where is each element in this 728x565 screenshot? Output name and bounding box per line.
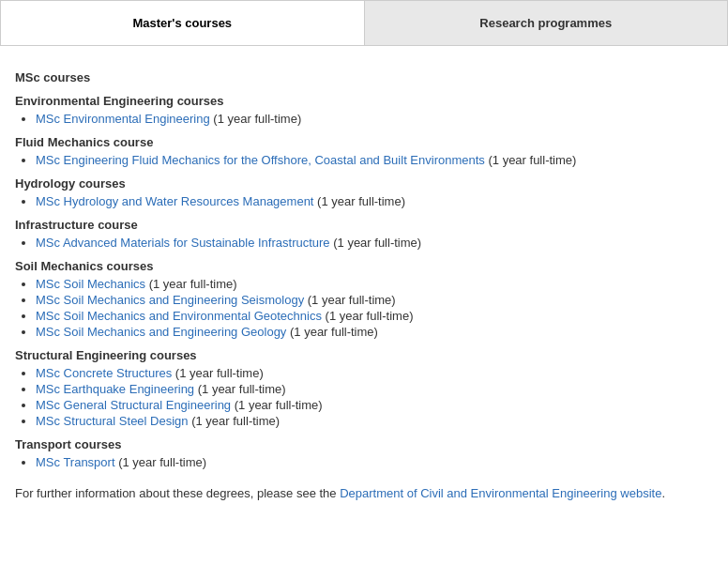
category-heading-soil: Soil Mechanics courses — [15, 259, 713, 273]
category-heading-fluid: Fluid Mechanics course — [15, 135, 713, 149]
list-item: MSc Concrete Structures (1 year full-tim… — [36, 366, 713, 380]
course-link-structural-3[interactable]: MSc General Structural Engineering — [36, 398, 231, 412]
category-heading-environmental: Environmental Engineering courses — [15, 94, 713, 108]
list-item: MSc Transport (1 year full-time) — [36, 455, 713, 469]
course-link-fluid[interactable]: MSc Engineering Fluid Mechanics for the … — [36, 153, 485, 167]
course-link-soil-2[interactable]: MSc Soil Mechanics and Engineering Seism… — [36, 293, 304, 307]
list-item: MSc Soil Mechanics and Engineering Seism… — [36, 293, 713, 307]
course-suffix: (1 year full-time) — [304, 293, 396, 307]
footer-prefix: For further information about these degr… — [15, 486, 340, 500]
course-suffix: (1 year full-time) — [485, 153, 577, 167]
list-item: MSc Structural Steel Design (1 year full… — [36, 414, 713, 428]
footer-link[interactable]: Department of Civil and Environmental En… — [340, 486, 661, 500]
course-suffix: (1 year full-time) — [322, 309, 414, 323]
list-item: MSc Advanced Materials for Sustainable I… — [36, 236, 713, 250]
course-list-infrastructure: MSc Advanced Materials for Sustainable I… — [15, 236, 713, 250]
tab-bar: Master's courses Research programmes — [0, 0, 728, 46]
category-heading-hydrology: Hydrology courses — [15, 176, 713, 191]
course-link-transport[interactable]: MSc Transport — [36, 455, 115, 469]
tab-research[interactable]: Research programmes — [365, 1, 728, 45]
course-link-hydrology[interactable]: MSc Hydrology and Water Resources Manage… — [36, 194, 313, 208]
course-link-env-eng[interactable]: MSc Environmental Engineering — [36, 112, 210, 126]
category-soil: Soil Mechanics courses MSc Soil Mechanic… — [15, 259, 713, 339]
list-item: MSc Environmental Engineering (1 year fu… — [36, 112, 713, 126]
list-item: MSc Soil Mechanics and Environmental Geo… — [36, 309, 713, 323]
course-list-fluid: MSc Engineering Fluid Mechanics for the … — [15, 153, 713, 167]
category-heading-structural: Structural Engineering courses — [15, 348, 713, 362]
category-structural: Structural Engineering courses MSc Concr… — [15, 348, 713, 428]
list-item: MSc Engineering Fluid Mechanics for the … — [36, 153, 713, 167]
course-suffix: (1 year full-time) — [286, 325, 378, 339]
list-item: MSc Earthquake Engineering (1 year full-… — [36, 382, 713, 396]
course-list-structural: MSc Concrete Structures (1 year full-tim… — [15, 366, 713, 428]
course-suffix: (1 year full-time) — [313, 194, 405, 208]
footer-note: For further information about these degr… — [15, 486, 713, 500]
course-link-structural-1[interactable]: MSc Concrete Structures — [36, 366, 172, 380]
tab-masters[interactable]: Master's courses — [1, 1, 365, 45]
category-transport: Transport courses MSc Transport (1 year … — [15, 437, 713, 469]
course-link-infrastructure[interactable]: MSc Advanced Materials for Sustainable I… — [36, 236, 330, 250]
course-suffix: (1 year full-time) — [115, 455, 207, 469]
course-suffix: (1 year full-time) — [189, 414, 281, 428]
course-suffix: (1 year full-time) — [172, 366, 264, 380]
category-environmental: Environmental Engineering courses MSc En… — [15, 94, 713, 126]
list-item: MSc Hydrology and Water Resources Manage… — [36, 194, 713, 208]
list-item: MSc General Structural Engineering (1 ye… — [36, 398, 713, 412]
course-suffix: (1 year full-time) — [231, 398, 323, 412]
list-item: MSc Soil Mechanics and Engineering Geolo… — [36, 325, 713, 339]
msc-courses-heading: MSc courses — [15, 70, 713, 84]
course-link-soil-3[interactable]: MSc Soil Mechanics and Environmental Geo… — [36, 309, 322, 323]
category-fluid: Fluid Mechanics course MSc Engineering F… — [15, 135, 713, 167]
course-link-soil-4[interactable]: MSc Soil Mechanics and Engineering Geolo… — [36, 325, 286, 339]
course-list-hydrology: MSc Hydrology and Water Resources Manage… — [15, 194, 713, 208]
course-suffix: (1 year full-time) — [210, 112, 302, 126]
category-heading-infrastructure: Infrastructure course — [15, 218, 713, 232]
course-suffix: (1 year full-time) — [330, 236, 422, 250]
course-suffix: (1 year full-time) — [145, 277, 237, 291]
course-link-structural-2[interactable]: MSc Earthquake Engineering — [36, 382, 194, 396]
category-infrastructure: Infrastructure course MSc Advanced Mater… — [15, 218, 713, 250]
course-suffix: (1 year full-time) — [194, 382, 286, 396]
list-item: MSc Soil Mechanics (1 year full-time) — [36, 277, 713, 291]
course-list-environmental: MSc Environmental Engineering (1 year fu… — [15, 112, 713, 126]
footer-suffix: . — [661, 486, 665, 500]
course-link-structural-4[interactable]: MSc Structural Steel Design — [36, 414, 189, 428]
course-link-soil-1[interactable]: MSc Soil Mechanics — [36, 277, 145, 291]
course-list-soil: MSc Soil Mechanics (1 year full-time) MS… — [15, 277, 713, 339]
category-hydrology: Hydrology courses MSc Hydrology and Wate… — [15, 176, 713, 208]
course-list-transport: MSc Transport (1 year full-time) — [15, 455, 713, 469]
category-heading-transport: Transport courses — [15, 437, 713, 451]
main-content: MSc courses Environmental Engineering co… — [0, 61, 728, 515]
